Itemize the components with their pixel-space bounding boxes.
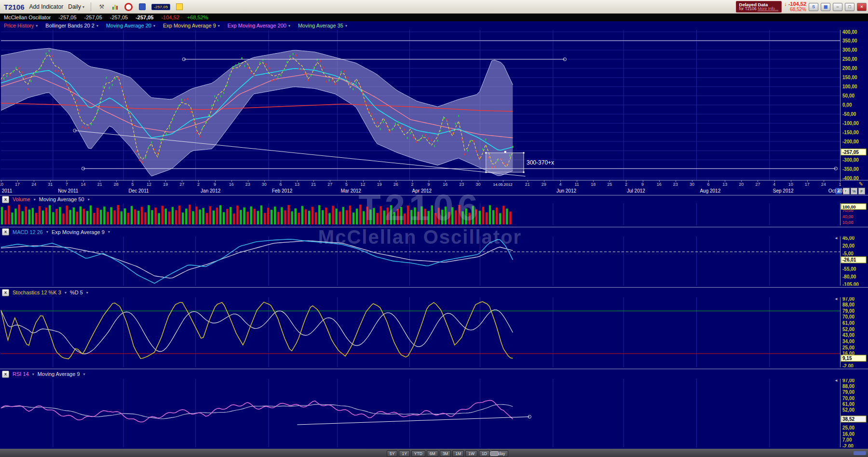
date-day-label: 10 (0, 182, 8, 187)
axis-tick: 40,00 (842, 214, 854, 219)
stochastics-label[interactable]: Stochastics 12 %K 3 (13, 290, 61, 295)
chart-type-icon[interactable] (111, 3, 120, 11)
date-day-label: 14.05.2012 (488, 182, 517, 187)
close-button[interactable]: × (857, 3, 867, 11)
axis-tick: -80,00 (842, 274, 856, 279)
change-display: ↓ -104,52 68,52% (784, 1, 806, 12)
period-dropdown[interactable]: Daily▾ (68, 3, 84, 10)
date-day-label: 27 (175, 182, 189, 187)
date-day-label: 9 (422, 182, 435, 187)
date-month-label: Nov 2011 (58, 188, 78, 194)
edit-pencil-icon[interactable]: ✎ (859, 181, 863, 187)
date-month-label: Jul 2012 (627, 188, 645, 194)
close-value: -257,05 (136, 14, 153, 20)
range-1y[interactable]: 1Y (399, 450, 409, 457)
more-info-link[interactable]: More Info... (758, 6, 778, 11)
date-month-label: Dec 2011 (128, 188, 149, 194)
horizontal-scrollbar[interactable] (854, 451, 866, 455)
close-panel-button[interactable]: X (2, 289, 9, 296)
range-6m[interactable]: 6M (427, 450, 438, 457)
date-day-label: 21 (307, 182, 320, 187)
current-value-label: 100,00 (842, 205, 856, 209)
legend-item-price-history[interactable]: Price History▾ (4, 23, 38, 28)
date-day-label: 2 (406, 182, 419, 187)
legend-item-ema200[interactable]: Exp Moving Average 200▾ (228, 23, 290, 28)
chevron-down-icon: ▾ (218, 24, 220, 28)
macd-label[interactable]: MACD 12 26 (13, 229, 43, 235)
axis-tick: 97,00 (842, 297, 854, 302)
axis-tick: -55,00 (842, 266, 856, 272)
axis-tick: 79,00 (842, 308, 854, 314)
axis-tick: 61,00 (842, 320, 854, 326)
note-icon[interactable] (175, 3, 184, 11)
date-day-label: 21 (521, 182, 534, 187)
axis-tick: 0,00 (842, 102, 852, 108)
range-1m[interactable]: 1M (452, 450, 464, 457)
zoom-slider-handle[interactable] (490, 451, 499, 456)
current-value-label: 9,15 (842, 356, 852, 361)
date-day-label: 4 (554, 182, 567, 187)
range-1w[interactable]: 1W (465, 450, 477, 457)
low-value: -257,05 (110, 14, 128, 20)
add-indicator-button[interactable]: Add Indicator (29, 3, 64, 10)
legend-item-ma20[interactable]: Moving Average 20▾ (106, 23, 155, 28)
date-day-label: 29 (537, 182, 551, 187)
last-price-chip[interactable]: -257,05 (151, 4, 170, 10)
annotation-label: 300-370+x (527, 159, 554, 166)
axis-tick: 25,00 (842, 425, 854, 430)
axis-tick: 16,00 (842, 431, 854, 437)
range-3m[interactable]: 3M (440, 450, 451, 457)
layout-icon[interactable]: ▦ (821, 3, 830, 11)
rsi-label[interactable]: RSI 14 (13, 371, 29, 377)
axis-tick: -350,00 (842, 166, 859, 172)
rsi-ma-label[interactable]: Moving Average 9 (38, 371, 80, 377)
axis-tick: 34,00 (842, 339, 854, 344)
axis-mode-percent[interactable]: % (851, 188, 857, 194)
macd-panel-header: X MACD 12 26▾ Exp Moving Average 9▾ (0, 227, 868, 236)
date-day-label: 27 (751, 182, 764, 187)
volume-chart[interactable]: 70,0040,0010,00100,00 (0, 203, 868, 225)
axis-arrow-icon: ◄ (834, 236, 838, 240)
current-value-label: -257,05 (842, 150, 859, 155)
maximize-button[interactable]: □ (845, 3, 854, 11)
date-day-label: 11 (570, 182, 583, 187)
date-day-label: 18 (586, 182, 600, 187)
range-1d[interactable]: 1D (479, 450, 490, 457)
axis-tick: 43,00 (842, 332, 854, 338)
axis-tick: -2,00 (842, 363, 854, 368)
close-panel-button[interactable]: X (2, 196, 9, 203)
main-chart[interactable]: 300-370+x400,00350,00300,00250,00200,001… (0, 30, 868, 180)
date-day-label: 21 (93, 182, 107, 187)
volume-label[interactable]: Volume (13, 196, 30, 202)
volume-ma-label[interactable]: Moving Average 50 (39, 196, 84, 202)
axis-tick: -200,00 (842, 139, 859, 144)
legend-item-ma35[interactable]: Moving Average 35▾ (298, 23, 347, 28)
macd-chart[interactable]: 45,00◄20,00-5,00-55,00-80,00-105,00-26,0… (0, 236, 868, 286)
target-icon[interactable] (124, 3, 133, 11)
stochastics-d-label[interactable]: %D 5 (70, 290, 83, 295)
date-day-label: 19 (159, 182, 172, 187)
stochastics-chart[interactable]: 97,00◄88,0079,0070,0061,0052,0043,0034,0… (0, 297, 868, 367)
date-month-label: Aug 2012 (700, 188, 720, 194)
snapshot-icon[interactable]: S (809, 3, 818, 11)
rsi-chart[interactable]: 97,00◄88,0079,0070,0061,0052,0025,0016,0… (0, 379, 868, 447)
minimize-button[interactable]: – (833, 3, 842, 11)
close-panel-button[interactable]: X (2, 228, 9, 235)
range-5y[interactable]: 5Y (387, 450, 397, 457)
legend-item-bollinger[interactable]: Bollinger Bands 20 2▾ (45, 23, 98, 28)
axis-tick: 97,00 (842, 379, 854, 383)
macd-signal-label[interactable]: Exp Moving Average 9 (52, 229, 105, 235)
range-ytd[interactable]: YTD (411, 450, 425, 457)
axis-mode-fixed[interactable]: F (858, 188, 865, 194)
legend-item-ema9[interactable]: Exp Moving Average 9▾ (163, 23, 220, 28)
date-day-label: 5 (126, 182, 139, 187)
current-value-label: 38,52 (842, 416, 854, 422)
selection-box[interactable] (486, 153, 524, 172)
close-panel-button[interactable]: X (2, 371, 9, 378)
axis-tick: 300,00 (842, 47, 857, 53)
volume-panel-header: X Volume▾ Moving Average 50▾ (0, 195, 868, 203)
drawing-tools-icon[interactable]: ⚒ (97, 3, 106, 11)
cube-icon[interactable] (138, 3, 147, 11)
date-day-label: 16 (438, 182, 452, 187)
chart-application: T2106 Add Indicator Daily▾ ⚒ -257,05 Del… (0, 0, 868, 457)
